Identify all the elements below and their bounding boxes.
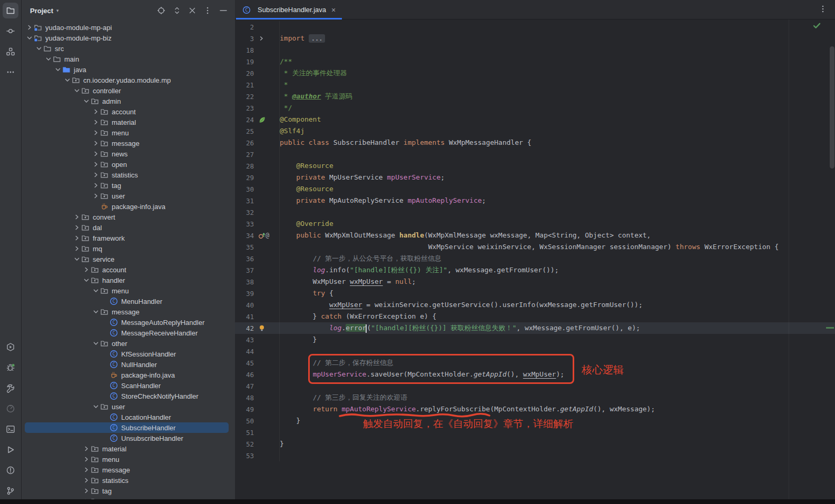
- tree-item-news[interactable]: news: [22, 149, 235, 159]
- code-line-39[interactable]: 39 try {: [235, 288, 835, 299]
- tree-item-mq[interactable]: mq: [22, 243, 235, 254]
- gutter[interactable]: 26: [235, 137, 280, 149]
- tree-item-message[interactable]: message: [22, 465, 235, 475]
- code-line-23[interactable]: 23 */: [235, 102, 835, 114]
- code-line-29[interactable]: 29 private MpUserService mpUserService;: [235, 172, 835, 183]
- code-line-32[interactable]: 32: [235, 206, 835, 218]
- tool-button-terminal[interactable]: [3, 421, 18, 437]
- panel-toolbar-locate[interactable]: [157, 6, 165, 15]
- gutter[interactable]: 27: [235, 149, 280, 160]
- tree-item-framework[interactable]: framework: [22, 233, 235, 243]
- panel-toolbar-minus[interactable]: [219, 6, 228, 15]
- tree-chevron[interactable]: [34, 45, 43, 52]
- tree-chevron[interactable]: [91, 288, 100, 294]
- gutter[interactable]: 41: [235, 311, 280, 322]
- tree-item-open[interactable]: open: [22, 159, 235, 170]
- tree-chevron[interactable]: [53, 66, 62, 73]
- tree-item-yudao-module-mp-biz[interactable]: yudao-module-mp-biz: [22, 33, 235, 43]
- gutter[interactable]: 48: [235, 392, 280, 403]
- tree-item-tag[interactable]: tag: [22, 486, 235, 496]
- code-line-36[interactable]: 36 // 第一步，从公众号平台，获取粉丝信息: [235, 253, 835, 264]
- tree-item-java[interactable]: java: [22, 64, 235, 75]
- code-line-33[interactable]: 33 @Override: [235, 218, 835, 230]
- tool-button-profiler[interactable]: [3, 401, 18, 417]
- tool-button-run[interactable]: [3, 442, 18, 458]
- kebab-menu-icon[interactable]: [819, 5, 827, 15]
- tree-item-tag[interactable]: tag: [22, 180, 235, 191]
- gutter[interactable]: 46: [235, 369, 280, 380]
- tree-item-dal[interactable]: dal: [22, 222, 235, 233]
- gutter[interactable]: 19: [235, 56, 280, 67]
- tree-item-subscribehandler[interactable]: CSubscribeHandler: [22, 422, 235, 433]
- tree-chevron[interactable]: [44, 56, 53, 62]
- gutter[interactable]: 23: [235, 102, 280, 114]
- code-line-20[interactable]: 20 * 关注的事件处理器: [235, 67, 835, 79]
- gutter[interactable]: 40: [235, 299, 280, 311]
- gutter[interactable]: 33: [235, 218, 280, 230]
- tree-chevron[interactable]: [72, 214, 81, 220]
- tree-item-yudao-module-mp-api[interactable]: yudao-module-mp-api: [22, 22, 235, 33]
- tree-chevron[interactable]: [91, 340, 100, 347]
- project-panel-title[interactable]: Project ▾: [30, 7, 59, 15]
- gutter[interactable]: 3: [235, 33, 280, 44]
- tree-chevron[interactable]: [91, 151, 100, 157]
- tree-item-statistics[interactable]: statistics: [22, 170, 235, 180]
- tree-chevron[interactable]: [91, 403, 100, 410]
- panel-toolbar-kebab-v[interactable]: [204, 6, 211, 15]
- tree-chevron[interactable]: [25, 35, 34, 41]
- tree-item-messagereceivehandler[interactable]: CMessageReceiveHandler: [22, 328, 235, 338]
- tree-chevron[interactable]: [91, 193, 100, 199]
- tree-chevron[interactable]: [91, 309, 100, 315]
- gutter[interactable]: 18: [235, 44, 280, 56]
- gutter[interactable]: 32: [235, 206, 280, 218]
- tree-item-admin[interactable]: admin: [22, 96, 235, 106]
- panel-toolbar-collapse[interactable]: [189, 7, 196, 14]
- tree-chevron[interactable]: [91, 172, 100, 178]
- tree-item-messageautoreplyhandler[interactable]: CMessageAutoReplyHandler: [22, 317, 235, 328]
- code-line-31[interactable]: 31 private MpAutoReplyService mpAutoRepl…: [235, 195, 835, 206]
- tree-item-locationhandler[interactable]: CLocationHandler: [22, 412, 235, 422]
- gutter[interactable]: 38: [235, 276, 280, 288]
- tree-item-unsubscribehandler[interactable]: CUnsubscribeHandler: [22, 433, 235, 443]
- gutter[interactable]: 28: [235, 160, 280, 172]
- tree-chevron[interactable]: [91, 161, 100, 167]
- gutter[interactable]: 22: [235, 91, 280, 102]
- code-line-26[interactable]: 26public class SubscribeHandler implemen…: [235, 137, 835, 149]
- tool-button-more-tools[interactable]: [3, 64, 18, 80]
- tree-item-user[interactable]: user: [22, 401, 235, 412]
- tree-chevron[interactable]: [63, 77, 72, 83]
- code-line-48[interactable]: 48 // 第三步，回复关注的欢迎语: [235, 392, 835, 403]
- tree-item-convert[interactable]: convert: [22, 212, 235, 222]
- tree-chevron[interactable]: [82, 277, 91, 283]
- gutter[interactable]: 52: [235, 438, 280, 450]
- gutter[interactable]: 39: [235, 288, 280, 299]
- tree-item-menu[interactable]: menu: [22, 454, 235, 465]
- code-line-28[interactable]: 28 @Resource: [235, 160, 835, 172]
- code-line-24[interactable]: 24@Component: [235, 114, 835, 125]
- tree-chevron[interactable]: [82, 477, 91, 483]
- tree-chevron[interactable]: [91, 182, 100, 189]
- gutter[interactable]: 51: [235, 427, 280, 438]
- tree-item-menuhandler[interactable]: CMenuHandler: [22, 296, 235, 307]
- tree-item-src[interactable]: src: [22, 43, 235, 54]
- tree-item-package-info-java[interactable]: package-info.java: [22, 370, 235, 380]
- tree-item-service[interactable]: service: [22, 254, 235, 264]
- gutter[interactable]: 42: [235, 322, 280, 334]
- code-line-25[interactable]: 25@Slf4j: [235, 125, 835, 137]
- code-line-27[interactable]: 27: [235, 149, 835, 160]
- code-line-38[interactable]: 38 WxMpUser wxMpUser = null;: [235, 276, 835, 288]
- tree-item-user[interactable]: user: [22, 191, 235, 201]
- gutter[interactable]: 20: [235, 67, 280, 79]
- gutter[interactable]: 36: [235, 253, 280, 264]
- tree-chevron[interactable]: [82, 98, 91, 104]
- inspection-ok-icon[interactable]: [812, 21, 821, 32]
- gutter[interactable]: 29: [235, 172, 280, 183]
- gutter[interactable]: 47: [235, 380, 280, 392]
- code-line-22[interactable]: 22 * @author 芋道源码: [235, 91, 835, 102]
- code-line-35[interactable]: 35 WxMpService weixinService, WxSessionM…: [235, 241, 835, 253]
- tool-button-build[interactable]: [3, 380, 18, 396]
- tree-item-cn-iocoder-yudao-module-mp[interactable]: cn.iocoder.yudao.module.mp: [22, 75, 235, 85]
- gutter[interactable]: 44: [235, 345, 280, 357]
- tree-item-scanhandler[interactable]: CScanHandler: [22, 380, 235, 391]
- code-line-52[interactable]: 52}: [235, 438, 835, 450]
